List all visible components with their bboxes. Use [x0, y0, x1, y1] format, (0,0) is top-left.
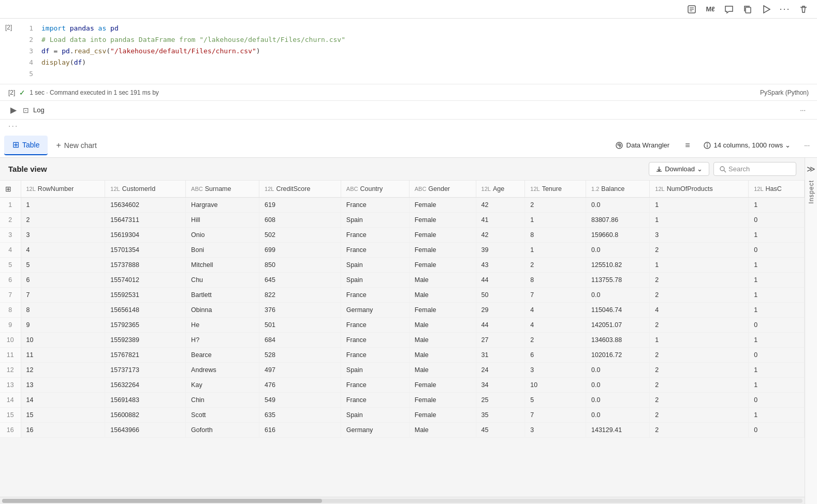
cell-rownumber: 6	[21, 273, 105, 288]
cell-hasc: 0	[749, 243, 805, 258]
cell-customerid: 15737173	[105, 363, 186, 378]
run-icon[interactable]	[759, 2, 774, 17]
cell-surname: He	[186, 318, 259, 333]
cell-country: France	[341, 333, 409, 348]
search-box[interactable]: Search	[713, 162, 796, 176]
cell-tenure: 4	[525, 318, 586, 333]
cell-age: 29	[476, 303, 525, 318]
cell-rn: 7	[0, 288, 21, 303]
cell-numofproducts: 2	[650, 363, 749, 378]
col-hasc[interactable]: 12LHasC	[749, 181, 805, 198]
download-button[interactable]: Download ⌄	[649, 162, 709, 176]
table-row: 111115767821Bearce528FranceMale316102016…	[0, 348, 805, 363]
columns-info[interactable]: 14 columns, 1000 rows ⌄	[699, 139, 795, 152]
main-content: Mℓ ··· [2] 12345 import pandas as pd	[0, 0, 817, 504]
code-cell: [2] 12345 import pandas as pd # Load dat…	[0, 19, 817, 84]
cell-country: Spain	[341, 213, 409, 228]
scroll-thumb[interactable]	[2, 499, 322, 503]
cell-balance: 134603.88	[586, 333, 650, 348]
cell-numofproducts: 2	[650, 318, 749, 333]
new-chart-icon: +	[56, 141, 61, 150]
cell-customerid: 15592531	[105, 288, 186, 303]
cell-balance: 143129.41	[586, 423, 650, 438]
cell-age: 31	[476, 348, 525, 363]
cell-customerid: 15600882	[105, 408, 186, 423]
col-customerid[interactable]: 12LCustomerId	[105, 181, 186, 198]
col-surname[interactable]: ABCSurname	[186, 181, 259, 198]
cell-surname: Onio	[186, 228, 259, 243]
cell-surname: Chu	[186, 273, 259, 288]
download-chevron: ⌄	[697, 165, 703, 173]
tab-more-button[interactable]: ···	[801, 140, 813, 150]
cell-age: 25	[476, 393, 525, 408]
inspect-collapse-button[interactable]: ≫	[805, 162, 817, 176]
cell-hasc: 1	[749, 408, 805, 423]
cell-gender: Female	[409, 258, 476, 273]
ml-icon[interactable]: Mℓ	[703, 2, 718, 17]
cell-creditscore: 699	[259, 243, 341, 258]
col-tenure[interactable]: 12LTenure	[525, 181, 586, 198]
svg-point-10	[707, 143, 708, 144]
cell-surname: H?	[186, 333, 259, 348]
cell-creditscore: 616	[259, 423, 341, 438]
cell-creditscore: 645	[259, 273, 341, 288]
cell-numofproducts: 2	[650, 423, 749, 438]
table-row: 9915792365He501FranceMale444142051.0720	[0, 318, 805, 333]
horizontal-scrollbar[interactable]	[0, 497, 805, 504]
log-more-button[interactable]: ···	[797, 105, 809, 115]
cell-creditscore: 549	[259, 393, 341, 408]
filter-button[interactable]: ≡	[682, 139, 693, 152]
cell-hasc: 0	[749, 393, 805, 408]
cell-tenure: 3	[525, 423, 586, 438]
log-expand-button[interactable]: ▶	[8, 103, 19, 117]
col-rownumber[interactable]: 12LRowNumber	[21, 181, 105, 198]
code-lines[interactable]: import pandas as pd # Load data into pan…	[41, 23, 817, 80]
copy-icon[interactable]	[740, 2, 755, 17]
inspect-panel[interactable]: ≫ Inspect	[805, 158, 817, 504]
comment-icon[interactable]	[722, 2, 736, 17]
table-row: 2215647311Hill608SpainFemale41183807.861…	[0, 213, 805, 228]
inspect-label[interactable]: Inspect	[808, 176, 815, 208]
col-index: ⊞	[0, 181, 21, 198]
cell-customerid: 15767821	[105, 348, 186, 363]
delete-icon[interactable]	[796, 2, 811, 17]
cell-creditscore: 850	[259, 258, 341, 273]
tab-actions: Data Wrangler ≡ 14 columns, 1000 rows ⌄ …	[609, 138, 813, 153]
cell-country: Spain	[341, 408, 409, 423]
scroll-track[interactable]	[2, 499, 803, 503]
cell-balance: 0.0	[586, 198, 650, 213]
cell-numofproducts: 2	[650, 273, 749, 288]
table-row: 5515737888Mitchell850SpainFemale43212551…	[0, 258, 805, 273]
more-icon[interactable]: ···	[778, 2, 792, 17]
col-balance[interactable]: 1.2Balance	[586, 181, 650, 198]
columns-info-label: 14 columns, 1000 rows	[713, 141, 783, 149]
table-container[interactable]: ⊞ 12LRowNumber 12LCustomerId ABCSurname …	[0, 181, 805, 497]
cell-customerid: 15632264	[105, 378, 186, 393]
data-wrangler-button[interactable]: Data Wrangler	[609, 138, 676, 153]
cell-hasc: 1	[749, 363, 805, 378]
col-creditscore[interactable]: 12LCreditScore	[259, 181, 341, 198]
cell-tenure: 2	[525, 333, 586, 348]
col-country[interactable]: ABCCountry	[341, 181, 409, 198]
cell-rownumber: 8	[21, 303, 105, 318]
cell-balance: 115046.74	[586, 303, 650, 318]
cell-creditscore: 501	[259, 318, 341, 333]
notebook-icon[interactable]	[684, 2, 699, 17]
cell-gender: Female	[409, 198, 476, 213]
cell-creditscore: 684	[259, 333, 341, 348]
col-age[interactable]: 12LAge	[476, 181, 525, 198]
cell-age: 43	[476, 258, 525, 273]
cell-hasc: 0	[749, 423, 805, 438]
log-bar: ▶ ⊡ Log ···	[0, 101, 817, 120]
cell-rn: 12	[0, 363, 21, 378]
cell-rownumber: 5	[21, 258, 105, 273]
col-gender[interactable]: ABCGender	[409, 181, 476, 198]
cell-balance: 83807.86	[586, 213, 650, 228]
col-numofproducts[interactable]: 12LNumOfProducts	[650, 181, 749, 198]
log-table-icon: ⊡	[23, 106, 29, 114]
cell-gender: Female	[409, 408, 476, 423]
tab-table[interactable]: ⊞ Table	[4, 136, 48, 155]
tab-new-chart[interactable]: + New chart	[48, 136, 105, 155]
cell-rownumber: 16	[21, 423, 105, 438]
cell-surname: Bartlett	[186, 288, 259, 303]
